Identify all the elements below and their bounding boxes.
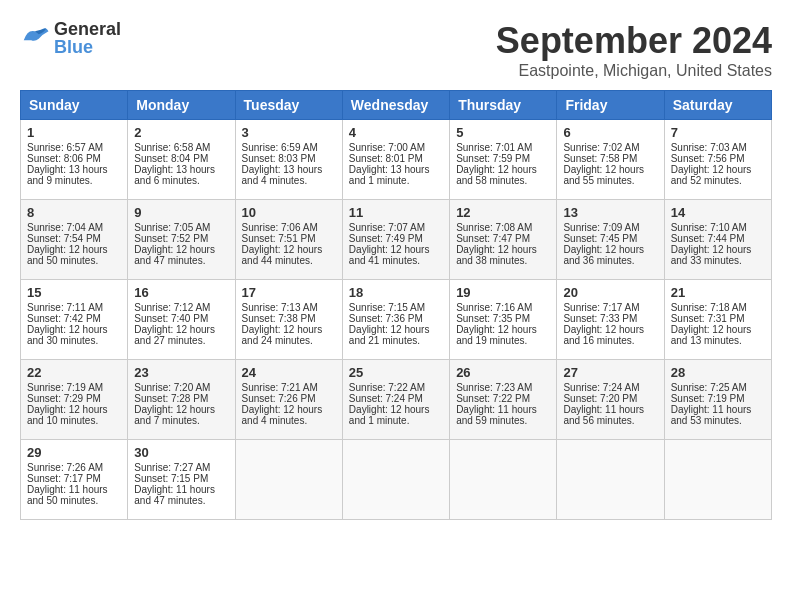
daylight-text: Daylight: 11 hours and 47 minutes. <box>134 484 215 506</box>
calendar-header-row: SundayMondayTuesdayWednesdayThursdayFrid… <box>21 91 772 120</box>
sunrise-text: Sunrise: 7:00 AM <box>349 142 425 153</box>
daylight-text: Daylight: 12 hours and 36 minutes. <box>563 244 644 266</box>
calendar-cell: 5Sunrise: 7:01 AMSunset: 7:59 PMDaylight… <box>450 120 557 200</box>
calendar-week-row: 22Sunrise: 7:19 AMSunset: 7:29 PMDayligh… <box>21 360 772 440</box>
day-number: 12 <box>456 205 550 220</box>
daylight-text: Daylight: 12 hours and 21 minutes. <box>349 324 430 346</box>
sunset-text: Sunset: 7:47 PM <box>456 233 530 244</box>
day-number: 5 <box>456 125 550 140</box>
day-number: 15 <box>27 285 121 300</box>
daylight-text: Daylight: 12 hours and 52 minutes. <box>671 164 752 186</box>
sunset-text: Sunset: 7:20 PM <box>563 393 637 404</box>
sunrise-text: Sunrise: 6:57 AM <box>27 142 103 153</box>
sunrise-text: Sunrise: 7:10 AM <box>671 222 747 233</box>
calendar-cell: 27Sunrise: 7:24 AMSunset: 7:20 PMDayligh… <box>557 360 664 440</box>
month-title: September 2024 <box>496 20 772 62</box>
calendar-table: SundayMondayTuesdayWednesdayThursdayFrid… <box>20 90 772 520</box>
sunrise-text: Sunrise: 7:15 AM <box>349 302 425 313</box>
sunrise-text: Sunrise: 7:16 AM <box>456 302 532 313</box>
sunset-text: Sunset: 7:33 PM <box>563 313 637 324</box>
day-number: 21 <box>671 285 765 300</box>
sunrise-text: Sunrise: 6:58 AM <box>134 142 210 153</box>
day-header-tuesday: Tuesday <box>235 91 342 120</box>
sunrise-text: Sunrise: 7:24 AM <box>563 382 639 393</box>
sunrise-text: Sunrise: 7:27 AM <box>134 462 210 473</box>
sunrise-text: Sunrise: 7:05 AM <box>134 222 210 233</box>
sunset-text: Sunset: 7:22 PM <box>456 393 530 404</box>
sunrise-text: Sunrise: 7:06 AM <box>242 222 318 233</box>
day-number: 25 <box>349 365 443 380</box>
sunset-text: Sunset: 7:36 PM <box>349 313 423 324</box>
calendar-cell: 19Sunrise: 7:16 AMSunset: 7:35 PMDayligh… <box>450 280 557 360</box>
sunrise-text: Sunrise: 7:25 AM <box>671 382 747 393</box>
calendar-week-row: 29Sunrise: 7:26 AMSunset: 7:17 PMDayligh… <box>21 440 772 520</box>
sunset-text: Sunset: 7:40 PM <box>134 313 208 324</box>
sunset-text: Sunset: 7:49 PM <box>349 233 423 244</box>
day-number: 28 <box>671 365 765 380</box>
day-header-wednesday: Wednesday <box>342 91 449 120</box>
page-header: General Blue September 2024 Eastpointe, … <box>20 20 772 80</box>
day-number: 22 <box>27 365 121 380</box>
daylight-text: Daylight: 11 hours and 59 minutes. <box>456 404 537 426</box>
title-area: September 2024 Eastpointe, Michigan, Uni… <box>496 20 772 80</box>
daylight-text: Daylight: 12 hours and 38 minutes. <box>456 244 537 266</box>
daylight-text: Daylight: 12 hours and 13 minutes. <box>671 324 752 346</box>
sunrise-text: Sunrise: 7:11 AM <box>27 302 103 313</box>
daylight-text: Daylight: 12 hours and 4 minutes. <box>242 404 323 426</box>
daylight-text: Daylight: 12 hours and 44 minutes. <box>242 244 323 266</box>
daylight-text: Daylight: 12 hours and 50 minutes. <box>27 244 108 266</box>
sunset-text: Sunset: 8:04 PM <box>134 153 208 164</box>
calendar-cell: 9Sunrise: 7:05 AMSunset: 7:52 PMDaylight… <box>128 200 235 280</box>
sunrise-text: Sunrise: 7:13 AM <box>242 302 318 313</box>
day-number: 29 <box>27 445 121 460</box>
calendar-cell: 16Sunrise: 7:12 AMSunset: 7:40 PMDayligh… <box>128 280 235 360</box>
sunrise-text: Sunrise: 7:19 AM <box>27 382 103 393</box>
location-title: Eastpointe, Michigan, United States <box>496 62 772 80</box>
logo-bird-icon <box>20 24 50 49</box>
day-number: 10 <box>242 205 336 220</box>
daylight-text: Daylight: 12 hours and 19 minutes. <box>456 324 537 346</box>
sunset-text: Sunset: 7:51 PM <box>242 233 316 244</box>
calendar-cell: 26Sunrise: 7:23 AMSunset: 7:22 PMDayligh… <box>450 360 557 440</box>
sunrise-text: Sunrise: 7:23 AM <box>456 382 532 393</box>
day-header-friday: Friday <box>557 91 664 120</box>
calendar-cell: 12Sunrise: 7:08 AMSunset: 7:47 PMDayligh… <box>450 200 557 280</box>
calendar-cell: 23Sunrise: 7:20 AMSunset: 7:28 PMDayligh… <box>128 360 235 440</box>
daylight-text: Daylight: 12 hours and 24 minutes. <box>242 324 323 346</box>
sunset-text: Sunset: 7:24 PM <box>349 393 423 404</box>
sunset-text: Sunset: 7:44 PM <box>671 233 745 244</box>
logo-blue-text: Blue <box>54 38 121 56</box>
logo-general-text: General <box>54 20 121 38</box>
sunrise-text: Sunrise: 7:12 AM <box>134 302 210 313</box>
sunset-text: Sunset: 7:59 PM <box>456 153 530 164</box>
sunrise-text: Sunrise: 7:21 AM <box>242 382 318 393</box>
day-number: 14 <box>671 205 765 220</box>
day-number: 17 <box>242 285 336 300</box>
day-number: 11 <box>349 205 443 220</box>
daylight-text: Daylight: 12 hours and 47 minutes. <box>134 244 215 266</box>
day-header-sunday: Sunday <box>21 91 128 120</box>
daylight-text: Daylight: 12 hours and 10 minutes. <box>27 404 108 426</box>
sunset-text: Sunset: 7:28 PM <box>134 393 208 404</box>
daylight-text: Daylight: 13 hours and 9 minutes. <box>27 164 108 186</box>
daylight-text: Daylight: 12 hours and 27 minutes. <box>134 324 215 346</box>
sunset-text: Sunset: 8:06 PM <box>27 153 101 164</box>
day-number: 6 <box>563 125 657 140</box>
daylight-text: Daylight: 12 hours and 55 minutes. <box>563 164 644 186</box>
day-number: 20 <box>563 285 657 300</box>
calendar-week-row: 8Sunrise: 7:04 AMSunset: 7:54 PMDaylight… <box>21 200 772 280</box>
calendar-cell: 8Sunrise: 7:04 AMSunset: 7:54 PMDaylight… <box>21 200 128 280</box>
calendar-cell: 14Sunrise: 7:10 AMSunset: 7:44 PMDayligh… <box>664 200 771 280</box>
day-number: 30 <box>134 445 228 460</box>
daylight-text: Daylight: 11 hours and 50 minutes. <box>27 484 108 506</box>
calendar-cell: 6Sunrise: 7:02 AMSunset: 7:58 PMDaylight… <box>557 120 664 200</box>
day-number: 19 <box>456 285 550 300</box>
day-number: 23 <box>134 365 228 380</box>
calendar-cell: 30Sunrise: 7:27 AMSunset: 7:15 PMDayligh… <box>128 440 235 520</box>
daylight-text: Daylight: 12 hours and 1 minute. <box>349 404 430 426</box>
day-number: 16 <box>134 285 228 300</box>
day-number: 26 <box>456 365 550 380</box>
day-number: 8 <box>27 205 121 220</box>
calendar-cell: 7Sunrise: 7:03 AMSunset: 7:56 PMDaylight… <box>664 120 771 200</box>
sunset-text: Sunset: 7:42 PM <box>27 313 101 324</box>
